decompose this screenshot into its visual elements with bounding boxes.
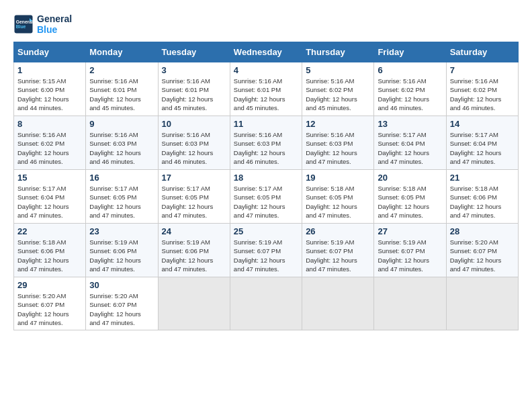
calendar-cell: 9Sunrise: 5:16 AMSunset: 6:03 PMDaylight… xyxy=(86,116,158,170)
day-info: Sunrise: 5:20 AMSunset: 6:07 PMDaylight:… xyxy=(17,291,82,327)
week-row-2: 15Sunrise: 5:17 AMSunset: 6:04 PMDayligh… xyxy=(14,170,519,224)
week-row-0: 1Sunrise: 5:15 AMSunset: 6:00 PMDaylight… xyxy=(14,62,519,116)
calendar-cell: 7Sunrise: 5:16 AMSunset: 6:02 PMDaylight… xyxy=(446,62,518,116)
day-number: 18 xyxy=(234,173,298,183)
weekday-header-thursday: Thursday xyxy=(302,42,374,62)
day-info: Sunrise: 5:18 AMSunset: 6:06 PMDaylight:… xyxy=(17,238,82,273)
weekday-header-tuesday: Tuesday xyxy=(158,42,230,62)
calendar-cell: 15Sunrise: 5:17 AMSunset: 6:04 PMDayligh… xyxy=(14,170,86,224)
day-number: 4 xyxy=(234,65,298,75)
calendar-cell: 16Sunrise: 5:17 AMSunset: 6:05 PMDayligh… xyxy=(86,170,158,224)
day-number: 9 xyxy=(89,119,154,129)
calendar-cell: 25Sunrise: 5:19 AMSunset: 6:07 PMDayligh… xyxy=(230,224,302,277)
day-info: Sunrise: 5:16 AMSunset: 6:01 PMDaylight:… xyxy=(162,77,226,112)
calendar-cell: 13Sunrise: 5:17 AMSunset: 6:04 PMDayligh… xyxy=(374,116,446,170)
calendar-cell: 6Sunrise: 5:16 AMSunset: 6:02 PMDaylight… xyxy=(374,62,446,116)
calendar-cell: 22Sunrise: 5:18 AMSunset: 6:06 PMDayligh… xyxy=(14,224,86,277)
day-number: 13 xyxy=(378,119,442,129)
calendar-cell: 20Sunrise: 5:18 AMSunset: 6:05 PMDayligh… xyxy=(374,170,446,224)
logo-text-line1: General xyxy=(37,13,72,24)
calendar-cell: 10Sunrise: 5:16 AMSunset: 6:03 PMDayligh… xyxy=(158,116,230,170)
day-info: Sunrise: 5:20 AMSunset: 6:07 PMDaylight:… xyxy=(450,238,515,273)
day-info: Sunrise: 5:19 AMSunset: 6:06 PMDaylight:… xyxy=(89,238,154,273)
day-info: Sunrise: 5:16 AMSunset: 6:03 PMDaylight:… xyxy=(234,130,298,166)
day-info: Sunrise: 5:16 AMSunset: 6:03 PMDaylight:… xyxy=(162,130,226,166)
day-info: Sunrise: 5:18 AMSunset: 6:06 PMDaylight:… xyxy=(450,184,515,220)
day-number: 28 xyxy=(450,226,515,236)
day-number: 30 xyxy=(89,280,154,290)
calendar-cell: 2Sunrise: 5:16 AMSunset: 6:01 PMDaylight… xyxy=(86,62,158,116)
logo-text-line2: Blue xyxy=(37,24,72,35)
calendar-cell: 14Sunrise: 5:17 AMSunset: 6:04 PMDayligh… xyxy=(446,116,518,170)
day-info: Sunrise: 5:18 AMSunset: 6:05 PMDaylight:… xyxy=(378,184,442,220)
day-number: 23 xyxy=(89,226,154,236)
calendar-cell: 29Sunrise: 5:20 AMSunset: 6:07 PMDayligh… xyxy=(14,277,86,330)
day-info: Sunrise: 5:19 AMSunset: 6:07 PMDaylight:… xyxy=(234,238,298,273)
calendar-cell: 1Sunrise: 5:15 AMSunset: 6:00 PMDaylight… xyxy=(14,62,86,116)
calendar-cell xyxy=(302,277,374,330)
day-number: 6 xyxy=(378,65,442,75)
calendar-cell: 30Sunrise: 5:20 AMSunset: 6:07 PMDayligh… xyxy=(86,277,158,330)
day-number: 3 xyxy=(162,65,226,75)
day-number: 29 xyxy=(17,280,82,290)
day-info: Sunrise: 5:16 AMSunset: 6:03 PMDaylight:… xyxy=(306,130,370,166)
weekday-header-friday: Friday xyxy=(374,42,446,62)
day-number: 8 xyxy=(17,119,82,129)
calendar-cell: 8Sunrise: 5:16 AMSunset: 6:02 PMDaylight… xyxy=(14,116,86,170)
day-number: 7 xyxy=(450,65,515,75)
day-number: 5 xyxy=(306,65,370,75)
day-info: Sunrise: 5:16 AMSunset: 6:02 PMDaylight:… xyxy=(306,77,370,112)
calendar-cell xyxy=(374,277,446,330)
day-info: Sunrise: 5:16 AMSunset: 6:01 PMDaylight:… xyxy=(234,77,298,112)
day-info: Sunrise: 5:17 AMSunset: 6:04 PMDaylight:… xyxy=(450,130,515,166)
day-info: Sunrise: 5:17 AMSunset: 6:04 PMDaylight:… xyxy=(17,184,82,220)
day-number: 25 xyxy=(234,226,298,236)
header: General Blue General Blue xyxy=(13,13,519,35)
weekday-header-row: SundayMondayTuesdayWednesdayThursdayFrid… xyxy=(14,42,519,62)
day-number: 20 xyxy=(378,173,442,183)
calendar-table: SundayMondayTuesdayWednesdayThursdayFrid… xyxy=(13,42,519,330)
day-info: Sunrise: 5:16 AMSunset: 6:02 PMDaylight:… xyxy=(17,130,82,166)
day-number: 22 xyxy=(17,226,82,236)
day-info: Sunrise: 5:17 AMSunset: 6:05 PMDaylight:… xyxy=(89,184,154,220)
day-info: Sunrise: 5:20 AMSunset: 6:07 PMDaylight:… xyxy=(89,291,154,327)
day-number: 17 xyxy=(162,173,226,183)
day-info: Sunrise: 5:19 AMSunset: 6:06 PMDaylight:… xyxy=(162,238,226,273)
day-number: 12 xyxy=(306,119,370,129)
day-info: Sunrise: 5:18 AMSunset: 6:05 PMDaylight:… xyxy=(306,184,370,220)
day-number: 26 xyxy=(306,226,370,236)
day-number: 10 xyxy=(162,119,226,129)
calendar-cell: 19Sunrise: 5:18 AMSunset: 6:05 PMDayligh… xyxy=(302,170,374,224)
day-number: 15 xyxy=(17,173,82,183)
weekday-header-monday: Monday xyxy=(86,42,158,62)
day-info: Sunrise: 5:17 AMSunset: 6:05 PMDaylight:… xyxy=(162,184,226,220)
weekday-header-wednesday: Wednesday xyxy=(230,42,302,62)
calendar-cell xyxy=(446,277,518,330)
day-number: 21 xyxy=(450,173,515,183)
day-info: Sunrise: 5:17 AMSunset: 6:05 PMDaylight:… xyxy=(234,184,298,220)
calendar-cell: 26Sunrise: 5:19 AMSunset: 6:07 PMDayligh… xyxy=(302,224,374,277)
day-info: Sunrise: 5:19 AMSunset: 6:07 PMDaylight:… xyxy=(306,238,370,273)
day-number: 2 xyxy=(89,65,154,75)
weekday-header-sunday: Sunday xyxy=(14,42,86,62)
day-info: Sunrise: 5:16 AMSunset: 6:02 PMDaylight:… xyxy=(450,77,515,112)
calendar-cell xyxy=(158,277,230,330)
calendar-cell: 4Sunrise: 5:16 AMSunset: 6:01 PMDaylight… xyxy=(230,62,302,116)
calendar-cell: 21Sunrise: 5:18 AMSunset: 6:06 PMDayligh… xyxy=(446,170,518,224)
weekday-header-saturday: Saturday xyxy=(446,42,518,62)
day-info: Sunrise: 5:17 AMSunset: 6:04 PMDaylight:… xyxy=(378,130,442,166)
day-info: Sunrise: 5:16 AMSunset: 6:01 PMDaylight:… xyxy=(89,77,154,112)
calendar-cell: 27Sunrise: 5:19 AMSunset: 6:07 PMDayligh… xyxy=(374,224,446,277)
svg-text:Blue: Blue xyxy=(16,24,26,29)
calendar-cell: 17Sunrise: 5:17 AMSunset: 6:05 PMDayligh… xyxy=(158,170,230,224)
day-number: 11 xyxy=(234,119,298,129)
day-info: Sunrise: 5:16 AMSunset: 6:03 PMDaylight:… xyxy=(89,130,154,166)
day-info: Sunrise: 5:15 AMSunset: 6:00 PMDaylight:… xyxy=(17,77,82,112)
week-row-3: 22Sunrise: 5:18 AMSunset: 6:06 PMDayligh… xyxy=(14,224,519,277)
logo: General Blue General Blue xyxy=(13,13,72,35)
logo-icon: General Blue xyxy=(13,14,34,34)
calendar-cell: 12Sunrise: 5:16 AMSunset: 6:03 PMDayligh… xyxy=(302,116,374,170)
calendar-body: 1Sunrise: 5:15 AMSunset: 6:00 PMDaylight… xyxy=(14,62,519,330)
day-number: 19 xyxy=(306,173,370,183)
day-number: 16 xyxy=(89,173,154,183)
